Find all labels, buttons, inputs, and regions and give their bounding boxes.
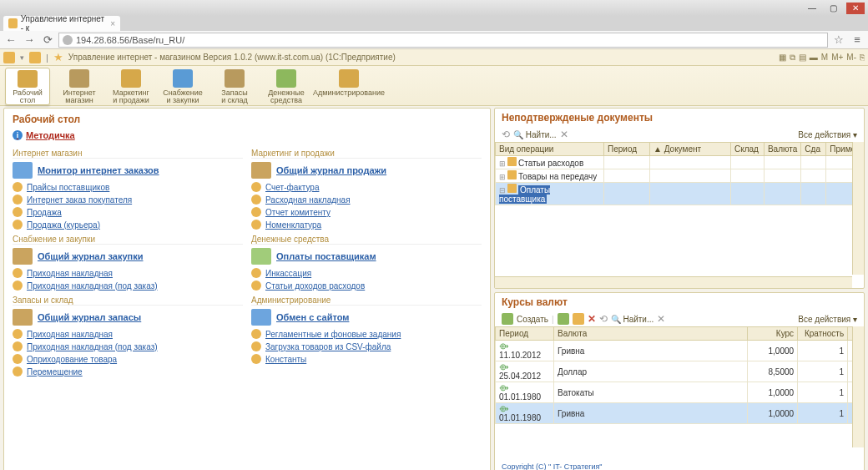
refresh-icon[interactable]: ⟲: [599, 313, 608, 325]
link-item[interactable]: Загрузка товаров из CSV-файла: [251, 341, 482, 351]
nav-money[interactable]: Денежныесредства: [264, 68, 309, 105]
favorite-star-icon[interactable]: ★: [53, 51, 63, 63]
bullet-icon: [251, 280, 261, 291]
create-icon[interactable]: [502, 313, 513, 325]
link-item[interactable]: Статьи доходов расходов: [251, 280, 482, 291]
find-button[interactable]: 🔍 Найти...: [611, 315, 654, 324]
monitor-orders-link[interactable]: Монитор интернет заказов: [13, 162, 243, 179]
col-period[interactable]: Период: [604, 143, 650, 156]
minimize-button[interactable]: —: [803, 3, 821, 14]
menu-button[interactable]: ≡: [850, 33, 865, 48]
reload-button[interactable]: ⟳: [40, 33, 55, 48]
link-item[interactable]: Регламентные и фоновые задания: [251, 329, 482, 339]
close-button[interactable]: ✕: [846, 3, 865, 14]
table-row[interactable]: ⟴ 11.10.2012Гривна1,00001: [496, 341, 864, 361]
link-item[interactable]: Продажа: [13, 207, 243, 217]
table-row[interactable]: ⟴ 01.01.1980Ватокаты1,00001: [496, 382, 864, 403]
bullet-icon: [251, 207, 261, 217]
sys-tool-1[interactable]: ▦: [779, 53, 786, 63]
right-column: Неподтвержденые документы ⟲ 🔍 Найти... ✕…: [494, 108, 865, 470]
purchases-journal-link[interactable]: Общий журнал закупки: [13, 248, 243, 265]
link-item[interactable]: Счет-фактура: [251, 182, 482, 192]
col-rate[interactable]: Курс: [748, 327, 798, 341]
tree-row[interactable]: ⊞Товары на передачу: [496, 169, 864, 183]
supplier-payments-link[interactable]: Оплаты поставщикам: [251, 248, 482, 265]
sys-tool-m[interactable]: M: [821, 53, 828, 63]
col-summary[interactable]: Сда: [801, 143, 826, 156]
link-item[interactable]: Константы: [251, 354, 482, 364]
method-link[interactable]: iМетодичка: [13, 130, 482, 140]
sys-tool-mm[interactable]: M-: [846, 53, 856, 63]
panel-title: Курсы валют: [495, 293, 864, 311]
link-item[interactable]: Номенклатура: [251, 220, 482, 230]
site-exchange-link[interactable]: Обмен с сайтом: [251, 309, 482, 326]
nav-marketing[interactable]: Маркетинги продажи: [108, 68, 154, 105]
close-tab-icon[interactable]: ×: [110, 19, 115, 28]
bookmark-star-icon[interactable]: ☆: [831, 33, 846, 48]
sys-tool-2[interactable]: ⧉: [790, 53, 795, 63]
col-document[interactable]: ▲ Документ: [650, 143, 731, 156]
col-currency[interactable]: Валюта: [764, 143, 800, 156]
book-icon: [251, 162, 271, 179]
back-button[interactable]: ←: [3, 33, 18, 48]
col-operation[interactable]: Вид операции: [496, 143, 604, 156]
link-item[interactable]: Прайсы поставщиков: [13, 182, 243, 192]
link-item[interactable]: Интернет заказ покупателя: [13, 195, 243, 205]
copyright-link[interactable]: Copyright (С) " IT- Стратегия": [495, 461, 864, 470]
browser-tab[interactable]: Управление интернет - к ×: [3, 16, 120, 31]
table-header: Вид операции Период ▲ Документ Склад Вал…: [496, 143, 864, 156]
nav-supply[interactable]: Снабжениеи закупки: [160, 68, 205, 105]
sales-journal-link[interactable]: Общий журнал продажи: [251, 162, 482, 179]
panel-title: Неподтвержденые документы: [495, 109, 864, 127]
maximize-button[interactable]: ▢: [825, 3, 843, 14]
dropdown-icon[interactable]: ▾: [20, 53, 24, 62]
all-actions-button[interactable]: Все действия ▾: [798, 130, 857, 139]
col-mult[interactable]: Кратность: [798, 327, 848, 341]
nav-admin[interactable]: Администрирование: [315, 68, 382, 105]
sys-tool-mp[interactable]: M+: [831, 53, 843, 63]
sys-tool-5[interactable]: ⎘: [860, 53, 865, 63]
nav-stock[interactable]: Запасыи склад: [212, 68, 257, 105]
os-titlebar: — ▢ ✕: [0, 0, 868, 16]
sys-tool-3[interactable]: ▤: [799, 53, 806, 63]
stock-journal-link[interactable]: Общий журнал запасы: [13, 309, 243, 326]
edit-icon[interactable]: [573, 313, 584, 325]
bullet-icon: [13, 195, 23, 205]
link-item[interactable]: Приходная накладная: [13, 329, 243, 339]
nav-desktop[interactable]: Рабочийстол: [5, 68, 50, 105]
tree-row-selected[interactable]: ⊟Оплаты поставщика: [496, 183, 864, 205]
copy-icon[interactable]: [558, 313, 569, 325]
tree-row[interactable]: ⊞Статьи расходов: [496, 156, 864, 169]
col-currency[interactable]: Валюта: [554, 327, 748, 341]
scrollbar-horizontal[interactable]: [495, 276, 852, 288]
link-item[interactable]: Расходная накладная: [251, 195, 482, 205]
scrollbar-vertical[interactable]: [852, 142, 864, 275]
sys-tool-4[interactable]: ▬: [810, 53, 818, 63]
delete-icon[interactable]: ✕: [588, 313, 596, 325]
link-item[interactable]: Перемещение: [13, 366, 243, 377]
table-row[interactable]: ⟴ 25.04.2012Доллар8,50001: [496, 361, 864, 382]
clear-find-icon[interactable]: ✕: [560, 129, 568, 140]
link-item[interactable]: Приходная накладная: [13, 268, 243, 278]
find-button[interactable]: 🔍 Найти...: [513, 130, 557, 139]
section-header: Снабжение и закупки: [13, 235, 243, 245]
create-button[interactable]: Создать: [517, 315, 548, 324]
scrollbar-vertical[interactable]: [852, 326, 864, 447]
url-text: 194.28.68.56/Base/ru_RU/: [76, 35, 184, 45]
url-field[interactable]: 194.28.68.56/Base/ru_RU/: [58, 33, 828, 48]
link-item[interactable]: Продажа (курьера): [13, 220, 243, 230]
clear-find-icon[interactable]: ✕: [657, 313, 665, 325]
nav-shop[interactable]: Интернетмагазин: [57, 68, 102, 105]
col-warehouse[interactable]: Склад: [730, 143, 764, 156]
link-item[interactable]: Приходная накладная (под заказ): [13, 341, 243, 351]
rates-table-wrap: Период Валюта Курс Кратность ▲ ⟴ 11.10.2…: [495, 326, 864, 461]
refresh-icon[interactable]: ⟲: [502, 129, 510, 140]
link-item[interactable]: Отчет комитенту: [251, 207, 482, 217]
link-item[interactable]: Инкассация: [251, 268, 482, 278]
link-item[interactable]: Приходная накладная (под заказ): [13, 280, 243, 291]
table-row-selected[interactable]: ⟴ 01.01.1980Гривна1,00001: [496, 403, 864, 424]
all-actions-button[interactable]: Все действия ▾: [798, 315, 857, 324]
col-period[interactable]: Период: [496, 327, 554, 341]
link-item[interactable]: Оприходование товара: [13, 354, 243, 364]
forward-button[interactable]: →: [22, 33, 37, 48]
